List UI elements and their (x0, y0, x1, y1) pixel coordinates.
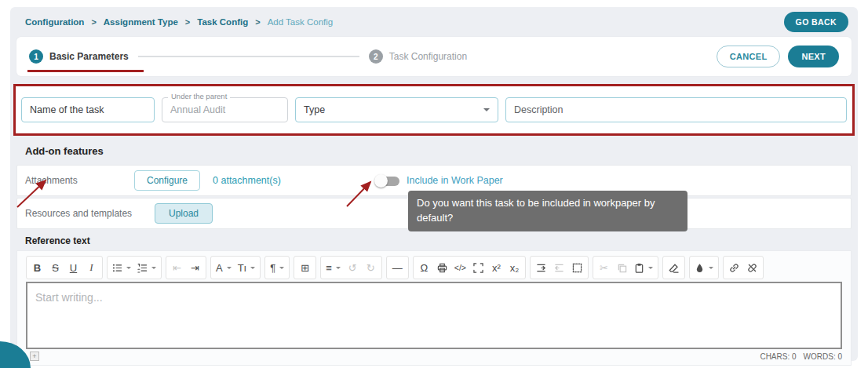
copy-icon (617, 263, 627, 273)
breadcrumb-separator-icon: > (255, 17, 260, 27)
print-button[interactable] (433, 258, 451, 277)
type-select[interactable]: Type (295, 97, 498, 122)
font-size-button[interactable]: Tı (235, 258, 259, 277)
attachment-count: 0 attachment(s) (213, 175, 281, 186)
breadcrumb-task-config[interactable]: Task Config (197, 17, 248, 27)
rich-text-editor: BSUI⇤⇥ATı¶⊞≡↺↻—Ω</>x²x₂✂ Start writing..… (16, 250, 852, 366)
unlink-button[interactable] (743, 258, 761, 277)
chevron-down-icon (250, 267, 255, 271)
superscript-button[interactable]: x² (487, 258, 505, 277)
indent-block-icon (536, 263, 546, 273)
chevron-down-icon (151, 267, 156, 271)
indent-block-button[interactable] (532, 258, 550, 277)
step-1-label: Basic Parameters (49, 51, 129, 62)
select-all-button[interactable] (568, 258, 586, 277)
clear-formatting-icon (669, 263, 679, 273)
bold-button[interactable]: B (28, 258, 46, 277)
toolbar-group (530, 256, 589, 279)
chevron-down-icon (648, 267, 653, 271)
upload-button[interactable]: Upload (155, 203, 213, 224)
editor-placeholder: Start writing... (35, 291, 103, 304)
breadcrumb: Configuration > Assignment Type > Task C… (25, 17, 333, 27)
next-button[interactable]: NEXT (788, 46, 839, 67)
strikethrough-button[interactable]: S (46, 258, 64, 277)
underline-button[interactable]: U (64, 258, 82, 277)
select-all-icon (572, 263, 582, 273)
fullscreen-icon (473, 263, 483, 273)
toolbar-group (662, 256, 685, 279)
editor-status-bar: + CHARS: 0 WORDS: 0 (26, 349, 842, 363)
toolbar-group: BSUI (26, 256, 103, 279)
cancel-button[interactable]: CANCEL (717, 46, 781, 67)
breadcrumb-assignment-type[interactable]: Assignment Type (104, 17, 178, 27)
align-button[interactable]: ≡ (323, 258, 344, 277)
chevron-down-icon (126, 267, 131, 271)
include-workpaper-label: Include in Work Paper (407, 175, 503, 186)
editor-content-area[interactable]: Start writing... (26, 282, 842, 349)
text-color-button[interactable]: A (213, 258, 235, 277)
toolbar-group: ATı (210, 256, 261, 279)
breadcrumb-separator-icon: > (91, 17, 96, 27)
type-select-value: Type (304, 104, 325, 115)
toolbar-group (107, 256, 162, 279)
stepper-connector (138, 56, 359, 57)
clear-formatting-button[interactable] (665, 258, 683, 277)
special-characters-button[interactable]: Ω (415, 258, 433, 277)
step-1-circle: 1 (29, 49, 43, 64)
addon-features-heading: Add-on features (25, 145, 858, 158)
annotation-underline (27, 70, 144, 72)
editor-resize-handle[interactable]: + (30, 352, 39, 361)
step-task-configuration: 2 Task Configuration (369, 49, 467, 64)
include-workpaper-toggle[interactable] (376, 177, 399, 186)
breadcrumb-configuration[interactable]: Configuration (25, 17, 84, 27)
indent-button[interactable]: ⇥ (186, 258, 204, 277)
app-panel: Configuration > Assignment Type > Task C… (10, 7, 858, 361)
insert-link-icon (729, 263, 739, 273)
unlink-icon (747, 263, 757, 273)
code-view-button[interactable]: </> (451, 258, 469, 277)
horizontal-line-button[interactable]: — (388, 258, 407, 277)
unordered-list-icon (112, 263, 122, 273)
outdent-button: ⇤ (168, 258, 186, 277)
parent-input[interactable] (162, 97, 288, 122)
breadcrumb-separator-icon: > (185, 17, 190, 27)
chevron-down-icon (336, 267, 341, 271)
cut-button: ✂ (595, 258, 613, 277)
redo-button: ↻ (362, 258, 380, 277)
configure-button[interactable]: Configure (134, 170, 200, 191)
toolbar-group (689, 256, 719, 279)
header-bar: Configuration > Assignment Type > Task C… (10, 7, 858, 37)
outdent-block-icon (554, 263, 564, 273)
editor-toolbar: BSUI⇤⇥ATı¶⊞≡↺↻—Ω</>x²x₂✂ (26, 253, 842, 282)
insert-link-button[interactable] (725, 258, 743, 277)
char-count: CHARS: 0 (760, 352, 796, 361)
copy-button (613, 258, 631, 277)
description-input[interactable] (505, 97, 847, 122)
chevron-down-icon (279, 267, 284, 271)
fullscreen-button[interactable] (469, 258, 487, 277)
unordered-list-button[interactable] (109, 258, 134, 277)
toggle-knob (374, 174, 388, 188)
print-icon (437, 263, 447, 273)
resources-label: Resources and templates (25, 208, 155, 219)
chevron-down-icon (709, 267, 713, 271)
toolbar-group: ≡↺↻ (320, 256, 382, 279)
add-task-config-page: { "colors": { "accent": "#1b7d95", "link… (0, 0, 868, 368)
highlight-color-button[interactable] (691, 258, 717, 277)
toolbar-group: ⊞ (294, 256, 316, 279)
paste-button[interactable] (631, 258, 656, 277)
subscript-button[interactable]: x₂ (505, 258, 523, 277)
paste-icon (634, 263, 644, 273)
italic-button[interactable]: I (82, 258, 100, 277)
insert-table-button[interactable]: ⊞ (296, 258, 314, 277)
stepper-card: 1 Basic Parameters 2 Task Configuration … (16, 37, 852, 76)
paragraph-format-button[interactable]: ¶ (267, 258, 287, 277)
go-back-button[interactable]: GO BACK (784, 12, 848, 32)
outdent-block-button (550, 258, 568, 277)
step-basic-parameters: 1 Basic Parameters (29, 49, 129, 64)
toolbar-group: ✂ (593, 256, 658, 279)
undo-button: ↺ (344, 258, 362, 277)
ordered-list-button[interactable] (134, 258, 159, 277)
reference-text-heading: Reference text (25, 235, 858, 246)
task-name-input[interactable] (21, 97, 155, 122)
